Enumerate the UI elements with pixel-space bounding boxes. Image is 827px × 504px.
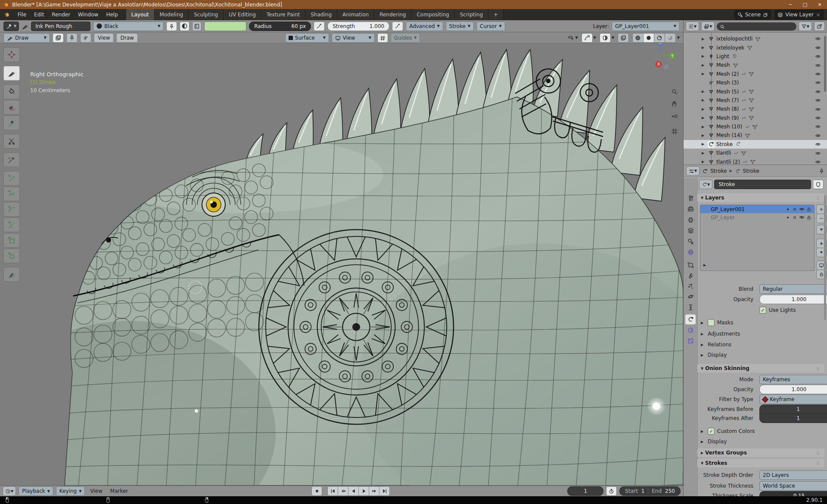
viewport-canvas[interactable]: ZYX [0,32,683,485]
visibility-eye-icon[interactable] [815,141,821,148]
layer-dropdown[interactable]: GP_Layer001▼ [612,22,680,31]
placement-dropdown[interactable]: Surface▼ [285,33,329,43]
properties-tab-particles[interactable] [685,282,696,292]
workspace-tab-uv-editing[interactable]: UV Editing [224,9,261,20]
frame-range-fields[interactable]: Start1 End250 [619,486,681,496]
expander-icon[interactable]: ▶ [702,98,708,102]
properties-tab-render[interactable] [685,204,696,214]
outliner-item-mesh-7-[interactable]: ▶Mesh (7) [684,96,827,105]
properties-tab-constraints[interactable] [685,302,696,312]
properties-tab-view-layer[interactable] [685,226,696,236]
radius-pressure-button[interactable] [314,22,325,31]
properties-tab-material[interactable] [685,325,696,335]
visibility-eye-icon[interactable] [815,132,821,139]
cutter-tool[interactable] [3,134,20,149]
gp-data-dropdown[interactable]: ▼ [699,180,712,189]
outliner-item-tlantli-2-[interactable]: ▶tlantli (2) [684,157,827,165]
outliner-filter-dropdown[interactable]: ▼ [799,22,812,31]
expander-icon[interactable]: ▶ [702,107,708,111]
properties-tab-world[interactable] [685,247,696,257]
expander-icon[interactable]: ▶ [702,116,708,120]
workspace-tab-sculpting[interactable]: Sculpting [189,9,224,20]
cursor-dropdown[interactable]: Cursor▼ [476,22,505,31]
draw-menu[interactable]: Draw [116,33,137,43]
timeline-marker-menu[interactable]: Marker [108,488,131,494]
expander-icon[interactable]: ▶ [702,125,708,129]
properties-scrollbar[interactable] [824,195,826,320]
keyframes-before-field[interactable]: 1 [759,404,827,414]
expander-icon[interactable]: ▶ [702,46,708,50]
close-button[interactable]: × [812,0,827,9]
multiframe-toggle[interactable] [80,33,91,43]
jump-to-start-button[interactable] [327,486,338,496]
onion-opacity-slider[interactable]: 1.000 [759,385,827,394]
shading-material-button[interactable] [654,33,665,43]
visibility-eye-icon[interactable] [815,88,821,95]
outliner-item-ixteloloyek[interactable]: ▶ixteloloyek [684,43,827,52]
properties-tab-scene[interactable] [685,236,696,246]
line-tool[interactable] [3,171,20,186]
visibility-eye-icon[interactable] [815,124,821,130]
pan-hand-icon[interactable] [671,100,678,107]
gp-layer-row-gp_layer[interactable]: GP_Layer [700,213,814,221]
outliner-item-mesh-8-[interactable]: ▶Mesh (8) [684,105,827,113]
visibility-eye-icon[interactable] [815,36,821,42]
vertex-groups-panel-header[interactable]: ▶Vertex Groups [697,448,824,457]
expander-icon[interactable]: ▶ [702,160,708,164]
panel-display-collapsed[interactable]: ▶Display [701,351,727,359]
previous-keyframe-button[interactable] [338,486,348,496]
view-layer-selector[interactable]: View Layer [774,10,824,19]
shading-rendered-button[interactable] [665,33,676,43]
outliner-filter-mode-dropdown[interactable]: ▼ [701,22,715,31]
brush-preview-dropdown[interactable]: ▼ [3,22,19,31]
pen-tool-icon[interactable] [22,23,28,30]
outliner-item-ixtelolopochtli[interactable]: ▶ixtelolopochtli [684,34,827,43]
overlays-dropdown[interactable]: ▼ [568,34,578,41]
play-reverse-button[interactable] [348,486,359,496]
workspace-tab-compositing[interactable]: Compositing [411,9,454,20]
outliner-item-mesh-9-[interactable]: ▶Mesh (9) [684,114,827,122]
new-scene-icon[interactable] [763,12,768,18]
gizmos-toggle[interactable] [581,33,593,43]
gp-layer-row-gp_layer001[interactable]: GP_Layer001 [700,205,814,213]
workspace-tab-modeling[interactable]: Modeling [155,9,189,20]
palette-button[interactable] [192,22,202,31]
panel-relations-collapsed[interactable]: ▶Relations [701,340,731,349]
curve-tool[interactable] [3,218,20,232]
workspace-tab-layout[interactable]: Layout [126,9,155,20]
panel-adjustments-collapsed[interactable]: ▶Adjustments [701,330,740,338]
properties-tab-object-data[interactable] [685,314,696,324]
fake-user-button[interactable] [813,180,824,189]
current-frame-field[interactable]: 1 [567,486,603,496]
xray-toggle[interactable] [600,33,611,43]
camera-view-icon[interactable] [671,113,678,120]
remove-view-layer-icon[interactable] [816,12,821,18]
playback-dropdown[interactable]: Playback▼ [19,486,53,496]
layers-filter-expander[interactable]: ▶ [703,263,708,267]
stroke-placement-toggle[interactable] [53,33,64,43]
mode-dropdown[interactable]: Draw▼ [3,33,50,43]
panel-masks-collapsed[interactable]: ▶Masks [701,318,733,327]
menu-file[interactable]: File [14,9,30,20]
outliner-item-tlantli[interactable]: ▶tlantli [684,149,827,157]
opacity-slider[interactable]: 1.000 [759,295,827,304]
stroke-depth-dropdown[interactable]: 2D Layers▼ [759,470,827,480]
polyline-tool[interactable] [3,187,20,201]
visibility-eye-icon[interactable] [815,44,821,51]
view-menu[interactable]: View [94,33,114,43]
workspace-tab-shading[interactable]: Shading [305,9,337,20]
workspace-tab-scripting[interactable]: Scripting [455,9,488,20]
arc-tool[interactable] [3,202,20,217]
menu-render[interactable]: Render [48,9,74,20]
strength-pressure-button[interactable] [392,22,403,31]
interpolate-tool[interactable] [3,267,20,282]
expander-icon[interactable]: ▶ [702,63,708,67]
outliner-item-stroke[interactable]: ▶Stroke [684,140,827,149]
erase-tool[interactable] [3,100,20,115]
visibility-eye-icon[interactable] [815,62,821,68]
thickness-scale-slider[interactable]: 0.15 [759,491,827,496]
timeline-view-menu[interactable]: View [87,488,105,494]
workspace-tab-animation[interactable]: Animation [337,9,374,20]
draw-tool[interactable] [3,66,20,81]
data-name-field[interactable]: Stroke [714,180,811,189]
